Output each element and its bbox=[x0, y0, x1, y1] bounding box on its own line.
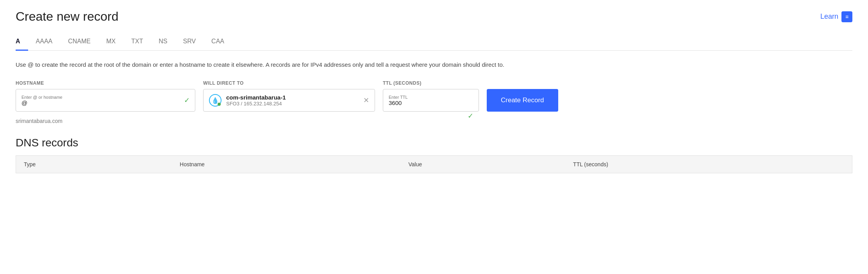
direct-to-label: WILL DIRECT TO bbox=[203, 80, 375, 86]
page-title: Create new record bbox=[16, 9, 118, 24]
create-record-form: HOSTNAME Enter @ or hostname ✓ WILL DIRE… bbox=[16, 80, 852, 112]
dns-col-type: Type bbox=[16, 156, 172, 173]
hostname-input-wrapper: Enter @ or hostname ✓ bbox=[16, 89, 195, 112]
droplet-icon: 💧 bbox=[209, 94, 221, 107]
clear-direct-icon[interactable]: ✕ bbox=[363, 96, 369, 105]
dns-col-ttl-seconds: TTL (seconds) bbox=[565, 156, 852, 173]
dns-table-header-row: TypeHostnameValueTTL (seconds) bbox=[16, 156, 852, 173]
ttl-input-wrapper: Enter TTL ✓ bbox=[383, 89, 479, 112]
dns-records-table: TypeHostnameValueTTL (seconds) bbox=[16, 155, 852, 173]
learn-icon: ≡ bbox=[841, 11, 852, 22]
hostname-input[interactable] bbox=[21, 100, 179, 106]
tab-aaaa[interactable]: AAAA bbox=[28, 33, 61, 51]
create-record-button[interactable]: Create Record bbox=[487, 89, 558, 112]
direct-info: com-srimantabarua-1 SFO3 / 165.232.148.2… bbox=[226, 94, 369, 107]
record-description: Use @ to create the record at the root o… bbox=[16, 60, 563, 69]
domain-hint: srimantabarua.com bbox=[16, 118, 852, 124]
server-sub: SFO3 / 165.232.148.254 bbox=[226, 101, 369, 107]
hostname-check-icon: ✓ bbox=[184, 96, 190, 105]
dns-col-value: Value bbox=[400, 156, 565, 173]
tab-a[interactable]: A bbox=[16, 33, 28, 51]
dns-col-hostname: Hostname bbox=[172, 156, 400, 173]
hostname-label: HOSTNAME bbox=[16, 80, 195, 86]
tab-caa[interactable]: CAA bbox=[204, 33, 232, 51]
header-row: Create new record Learn ≡ bbox=[16, 9, 852, 24]
ttl-check-icon: ✓ bbox=[468, 112, 473, 120]
dns-records-section: DNS records TypeHostnameValueTTL (second… bbox=[16, 137, 852, 173]
ttl-input[interactable] bbox=[389, 100, 463, 106]
tab-txt[interactable]: TXT bbox=[123, 33, 151, 51]
learn-label: Learn bbox=[820, 12, 838, 21]
hostname-field-group: HOSTNAME Enter @ or hostname ✓ bbox=[16, 80, 195, 112]
status-dot bbox=[218, 103, 221, 106]
ttl-field-group: TTL (SECONDS) Enter TTL ✓ bbox=[383, 80, 479, 112]
hostname-float-label: Enter @ or hostname bbox=[21, 95, 179, 100]
tab-ns[interactable]: NS bbox=[151, 33, 175, 51]
direct-to-input-wrapper[interactable]: 💧 com-srimantabarua-1 SFO3 / 165.232.148… bbox=[203, 89, 375, 112]
ttl-float-label: Enter TTL bbox=[389, 95, 463, 100]
tab-srv[interactable]: SRV bbox=[175, 33, 204, 51]
dns-records-title: DNS records bbox=[16, 137, 852, 149]
learn-link[interactable]: Learn ≡ bbox=[820, 11, 852, 22]
direct-to-field-group: WILL DIRECT TO 💧 com-srimantabarua-1 SFO… bbox=[203, 80, 375, 112]
record-type-tabs: AAAAACNAMEMXTXTNSSRVCAA bbox=[16, 33, 852, 51]
server-name: com-srimantabarua-1 bbox=[226, 94, 369, 101]
ttl-label: TTL (SECONDS) bbox=[383, 80, 479, 86]
tab-mx[interactable]: MX bbox=[98, 33, 123, 51]
tab-cname[interactable]: CNAME bbox=[60, 33, 98, 51]
